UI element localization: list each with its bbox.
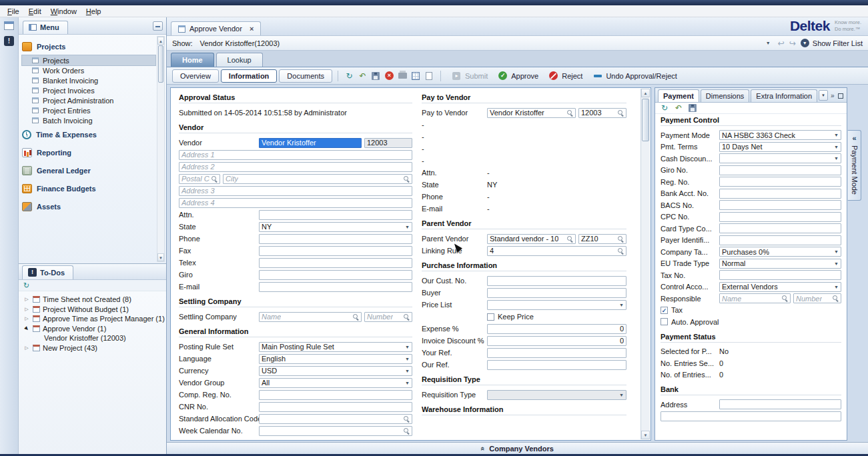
nav-group-projects[interactable]: Projects [22,37,155,55]
lookup-field[interactable]: Number [364,312,412,322]
menu-file[interactable]: File [3,7,24,16]
menu-tree-scrollbar[interactable]: ▲ ▼ [157,36,165,262]
text-field[interactable] [719,189,841,199]
text-field[interactable] [259,270,412,280]
refresh-icon[interactable]: ↻ [660,103,669,113]
refresh-icon[interactable]: ↻ [344,70,355,81]
back-icon[interactable]: ↩ [778,39,785,48]
collapsed-arrow-icon[interactable]: ▷ [23,297,30,302]
approve-button[interactable]: ✓Approve [492,69,543,83]
text-field[interactable] [719,399,841,409]
export-icon[interactable] [424,70,435,81]
todo-item-time-sheet-not-created-8[interactable]: ▷Time Sheet not Created (8) [23,295,165,305]
expanded-arrow-icon[interactable]: ▶ [23,324,31,333]
revert-icon[interactable]: ↶ [357,70,368,81]
text-field[interactable] [487,348,626,358]
checkbox-checked-icon[interactable]: ✓ [661,307,668,314]
text-field[interactable] [259,258,412,268]
scroll-thumb[interactable] [158,45,163,83]
menu-window[interactable]: Window [46,7,81,16]
nav-item-project-entries[interactable]: Project Entries [22,105,155,115]
refresh-icon[interactable]: ↻ [23,281,29,290]
view-button-overview[interactable]: Overview [172,69,219,83]
nav-group-time-expenses[interactable]: Time & Expenses [22,125,155,143]
checkbox-icon[interactable] [487,313,494,321]
menu-tab[interactable]: Menu [23,21,68,34]
view-button-documents[interactable]: Documents [279,69,332,83]
text-field[interactable] [719,212,841,222]
text-field[interactable]: 12003 [364,138,412,148]
collapsed-arrow-icon[interactable]: ▷ [23,316,30,321]
show-filter-list-button[interactable]: ▼ Show Filter List [801,39,863,47]
revert-icon[interactable]: ↶ [674,103,683,113]
lookup-field[interactable] [259,426,412,436]
text-field[interactable] [259,246,412,256]
submit-button[interactable]: ▸Submit [446,69,492,83]
payment-mode-vertical-tab[interactable]: « Payment Mode [847,130,861,201]
popout-panel-icon[interactable] [838,92,843,99]
todo-subitem-vendor-kristoffer-12003[interactable]: Vendor Kristoffer (12003) [23,333,165,343]
nav-item-project-administration[interactable]: Project Administration [22,95,155,105]
text-field[interactable] [487,360,626,370]
dropdown-field[interactable]: Purchases 0%▼ [719,247,841,257]
scroll-thumb[interactable] [642,99,649,141]
dropdown-field[interactable]: All▼ [259,378,412,388]
menu-help[interactable]: Help [81,7,106,16]
form-scrollbar[interactable]: ▲ ▼ [640,89,650,439]
lookup-field[interactable] [259,414,412,424]
tab-lookup[interactable]: Lookup [216,53,263,67]
text-field[interactable] [719,177,841,187]
dropdown-field[interactable]: English▼ [259,354,412,364]
reject-button[interactable]: Reject [543,69,587,83]
text-field[interactable] [719,235,841,245]
text-field[interactable]: Address 3 [179,186,412,196]
panel-tab-extra-information[interactable]: Extra Information [751,89,817,102]
text-field[interactable]: Address 4 [179,198,412,208]
dropdown-field[interactable]: USD▼ [259,366,412,376]
menu-edit[interactable]: Edit [24,7,46,16]
scroll-up-icon[interactable]: ▲ [157,37,164,45]
text-field[interactable] [661,411,841,421]
checkbox-icon[interactable] [661,318,668,325]
nav-item-project-invoices[interactable]: Project Invoices [22,85,155,95]
scroll-down-icon[interactable]: ▼ [157,253,164,261]
lookup-field[interactable]: Standard vendor - 10 [487,234,576,244]
save-icon[interactable] [688,103,697,113]
text-field[interactable] [719,223,841,233]
undo-approval-reject-button[interactable]: Undo Approval/Reject [587,69,681,83]
scroll-down-icon[interactable]: ▼ [641,431,650,439]
text-field[interactable]: Address 1 [179,150,412,160]
panel-tab-payment[interactable]: Payment [658,89,699,102]
lookup-field[interactable]: Postal Code [179,174,220,184]
text-field[interactable] [259,390,412,400]
nav-item-projects[interactable]: Projects [22,55,155,65]
lookup-field[interactable]: ZZ10 [578,234,626,244]
todos-alert-icon[interactable]: ! [4,36,14,46]
dropdown-field[interactable]: Main Posting Rule Set▼ [259,342,412,352]
forward-icon[interactable]: ↪ [789,39,796,48]
nav-item-batch-invoicing[interactable]: Batch Invoicing [22,115,155,125]
nav-group-general-ledger[interactable]: General Ledger [22,161,155,179]
lookup-field[interactable]: Vendor Kristoffer [487,108,576,118]
view-button-information[interactable]: Information [221,69,278,83]
company-vendors-bar[interactable]: « Company Vendors [167,442,868,454]
lookup-field[interactable]: City [223,174,412,184]
text-field[interactable]: Address 2 [179,162,412,172]
dropdown-field[interactable]: ▼ [487,300,626,310]
todos-tab[interactable]: ! To-Dos [22,265,73,279]
lookup-field[interactable]: Name [719,293,791,303]
lookup-field[interactable]: 12003 [578,108,626,118]
numeric-field[interactable]: 0 [487,336,626,346]
nav-item-work-orders[interactable]: Work Orders [22,65,155,75]
dropdown-field[interactable]: Normal▼ [719,259,841,269]
text-field[interactable] [259,402,412,412]
todo-item-approve-vendor-1[interactable]: ▶Approve Vendor (1) [23,324,165,334]
dropdown-field[interactable]: 10 Days Net▼ [719,142,841,152]
document-tab-approve-vendor[interactable]: Approve Vendor × [171,21,261,35]
grid-icon[interactable] [410,70,422,81]
text-field[interactable] [259,210,412,220]
text-field[interactable] [719,200,841,210]
dropdown-field[interactable]: ▼ [719,153,841,163]
nav-item-blanket-invoicing[interactable]: Blanket Invoicing [22,75,155,85]
lookup-field[interactable]: Name [259,312,362,322]
